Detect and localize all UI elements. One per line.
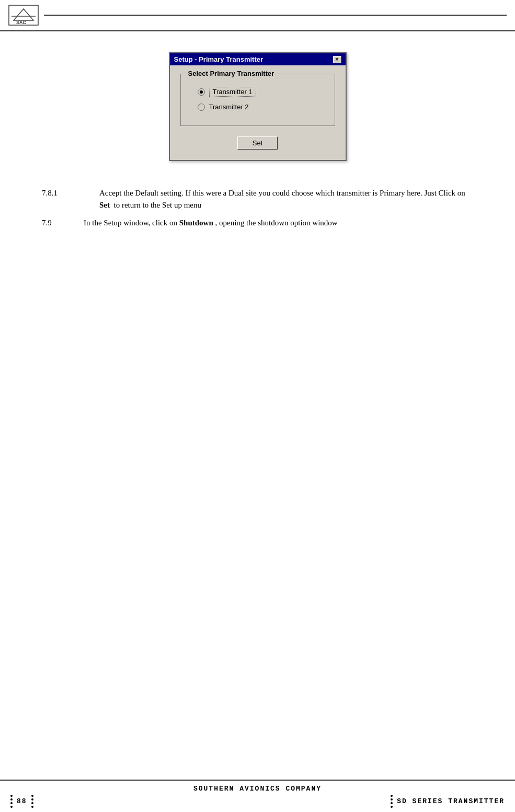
footer-dot-8 xyxy=(31,806,33,808)
dialog-container: Setup - Primary Transmitter × Select Pri… xyxy=(42,52,473,161)
main-content: Setup - Primary Transmitter × Select Pri… xyxy=(0,31,515,256)
dialog-close-button[interactable]: × xyxy=(333,56,341,63)
footer-dot-5 xyxy=(31,795,33,797)
set-button[interactable]: Set xyxy=(237,136,278,150)
series-text: SD SERIES TRANSMITTER xyxy=(397,797,505,805)
footer-dot-7 xyxy=(31,802,33,804)
bold-set: Set xyxy=(99,201,110,209)
radio-button-transmitter-2[interactable] xyxy=(198,104,205,111)
page-number: 88 xyxy=(17,797,27,805)
footer-dot-9 xyxy=(391,795,393,797)
footer-dot-3 xyxy=(10,802,13,804)
logo-container: SAC xyxy=(8,5,39,26)
footer-dot-10 xyxy=(391,798,393,800)
group-box-label: Select Primary Transmitter xyxy=(186,70,277,77)
footer-left: 88 xyxy=(10,795,33,808)
page-footer: SOUTHERN AVIONICS COMPANY 88 xyxy=(0,780,515,812)
section-text-7-9: In the Setup window, click on Shutdown ,… xyxy=(84,217,473,229)
footer-right: SD SERIES TRANSMITTER xyxy=(391,795,505,808)
footer-dots-left xyxy=(10,795,13,808)
footer-company-line: SOUTHERN AVIONICS COMPANY xyxy=(10,785,505,793)
footer-dot-4 xyxy=(10,806,13,808)
dialog-title: Setup - Primary Transmitter xyxy=(174,55,264,63)
svg-text:SAC: SAC xyxy=(16,20,27,25)
footer-dot-1 xyxy=(10,795,13,797)
transmitter-1-label: Transmitter 1 xyxy=(209,87,256,97)
radio-transmitter-1[interactable]: Transmitter 1 xyxy=(198,87,318,97)
document-content: 7.8.1 Accept the Default setting. If thi… xyxy=(42,187,473,229)
footer-dots-right xyxy=(31,795,33,808)
footer-dots-series-left xyxy=(391,795,393,808)
select-primary-transmitter-group: Select Primary Transmitter Transmitter 1… xyxy=(180,74,335,126)
setup-primary-transmitter-dialog: Setup - Primary Transmitter × Select Pri… xyxy=(169,52,347,161)
footer-dot-12 xyxy=(391,806,393,808)
radio-button-transmitter-1[interactable] xyxy=(198,88,205,96)
footer-dot-2 xyxy=(10,798,13,800)
section-7-9: 7.9 In the Setup window, click on Shutdo… xyxy=(42,217,473,229)
section-7-8-1: 7.8.1 Accept the Default setting. If thi… xyxy=(42,187,473,211)
dialog-body: Select Primary Transmitter Transmitter 1… xyxy=(170,65,346,160)
section-text-7-8-1: Accept the Default setting. If this were… xyxy=(99,187,473,211)
transmitter-2-label: Transmitter 2 xyxy=(209,103,249,111)
header-divider-line xyxy=(44,15,507,16)
section-number-7-9: 7.9 xyxy=(42,217,84,229)
footer-dot-11 xyxy=(391,802,393,804)
page-header: SAC xyxy=(0,0,515,31)
section-number-7-8-1: 7.8.1 xyxy=(42,187,99,211)
footer-bottom-row: 88 SD SERIES TRANSMITTER xyxy=(10,795,505,808)
svg-marker-1 xyxy=(14,9,33,20)
sac-logo: SAC xyxy=(8,5,39,26)
dialog-button-row: Set xyxy=(180,136,335,150)
footer-dot-6 xyxy=(31,798,33,800)
dialog-titlebar: Setup - Primary Transmitter × xyxy=(170,53,346,65)
radio-transmitter-2[interactable]: Transmitter 2 xyxy=(198,103,318,111)
bold-shutdown: Shutdown xyxy=(179,219,213,227)
